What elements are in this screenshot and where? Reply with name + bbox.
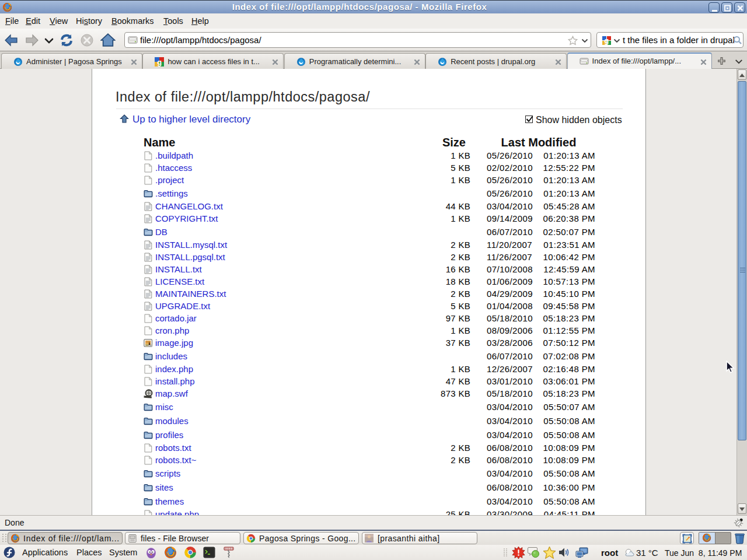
svg-text:g: g (158, 58, 162, 66)
svg-text:g: g (604, 36, 609, 45)
